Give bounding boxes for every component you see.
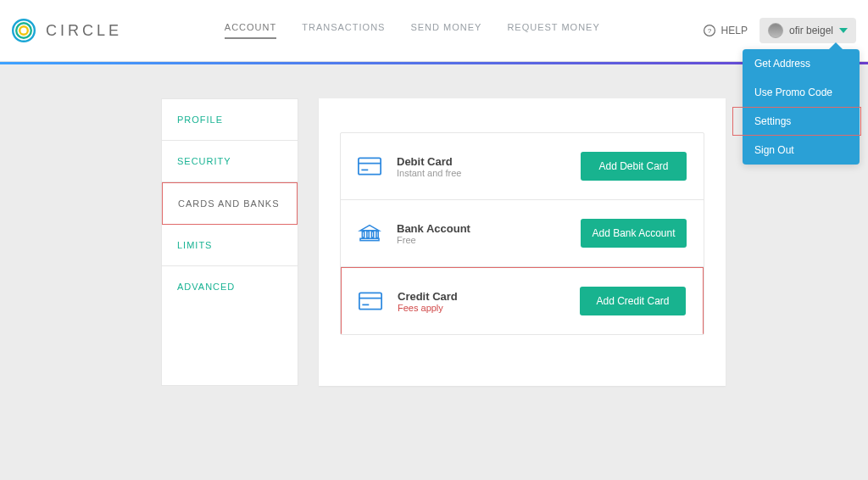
top-nav: ACCOUNT TRANSACTIONS SEND MONEY REQUEST … <box>122 22 703 39</box>
debit-sub: Instant and free <box>397 168 565 178</box>
dropdown-settings[interactable]: Settings <box>743 107 860 136</box>
help-icon: ? <box>703 24 716 37</box>
debit-title: Debit Card <box>397 155 565 168</box>
credit-title: Credit Card <box>398 290 565 303</box>
card-icon <box>358 157 381 176</box>
add-debit-card-button[interactable]: Add Debit Card <box>581 152 687 181</box>
bank-sub: Free <box>397 235 565 245</box>
sidebar-item-profile[interactable]: PROFILE <box>162 99 298 141</box>
dropdown-sign-out[interactable]: Sign Out <box>743 136 860 165</box>
card-icon <box>359 292 382 310</box>
help-link[interactable]: ? HELP <box>703 24 748 37</box>
circle-logo-icon <box>10 17 37 44</box>
add-credit-card-button[interactable]: Add Credit Card <box>580 287 686 315</box>
cards-and-banks-panel: Debit Card Instant and free Add Debit Ca… <box>319 98 726 386</box>
user-name: ofir beigel <box>789 25 833 36</box>
user-dropdown: Get Address Use Promo Code Settings Sign… <box>743 49 860 165</box>
svg-rect-12 <box>360 238 379 240</box>
nav-account[interactable]: ACCOUNT <box>225 22 276 39</box>
credit-sub: Fees apply <box>398 303 565 313</box>
svg-rect-11 <box>376 232 378 238</box>
bank-icon <box>358 224 381 243</box>
settings-sidebar: PROFILE SECURITY CARDS AND BANKS LIMITS … <box>161 98 298 386</box>
funding-options-list: Debit Card Instant and free Add Debit Ca… <box>340 132 704 335</box>
row-bank-account: Bank Account Free Add Bank Account <box>341 200 704 267</box>
brand-name: CIRCLE <box>46 22 122 40</box>
svg-rect-8 <box>362 232 364 238</box>
nav-transactions[interactable]: TRANSACTIONS <box>302 22 385 39</box>
help-label: HELP <box>721 25 748 36</box>
bank-title: Bank Account <box>397 222 565 235</box>
svg-rect-5 <box>359 158 381 174</box>
svg-rect-10 <box>371 232 373 238</box>
add-bank-account-button[interactable]: Add Bank Account <box>581 219 687 248</box>
row-credit-card: Credit Card Fees apply Add Credit Card <box>341 267 704 334</box>
dropdown-use-promo-code[interactable]: Use Promo Code <box>743 78 860 107</box>
sidebar-item-limits[interactable]: LIMITS <box>162 225 298 266</box>
chevron-down-icon <box>839 28 848 33</box>
svg-point-1 <box>16 23 31 38</box>
svg-rect-13 <box>359 293 381 309</box>
main: PROFILE SECURITY CARDS AND BANKS LIMITS … <box>0 64 868 386</box>
logo[interactable]: CIRCLE <box>10 17 122 44</box>
sidebar-item-cards-and-banks[interactable]: CARDS AND BANKS <box>162 182 298 225</box>
row-debit-card: Debit Card Instant and free Add Debit Ca… <box>341 133 704 200</box>
dropdown-get-address[interactable]: Get Address <box>743 49 860 78</box>
sidebar-item-security[interactable]: SECURITY <box>162 141 298 182</box>
nav-request-money[interactable]: REQUEST MONEY <box>507 22 599 39</box>
svg-point-2 <box>19 26 28 35</box>
nav-send-money[interactable]: SEND MONEY <box>410 22 481 39</box>
svg-rect-9 <box>367 232 369 238</box>
user-menu-toggle[interactable]: ofir beigel <box>760 18 856 43</box>
svg-text:?: ? <box>707 27 711 35</box>
avatar <box>768 23 783 38</box>
sidebar-item-advanced[interactable]: ADVANCED <box>162 266 298 307</box>
header: CIRCLE ACCOUNT TRANSACTIONS SEND MONEY R… <box>0 0 868 62</box>
